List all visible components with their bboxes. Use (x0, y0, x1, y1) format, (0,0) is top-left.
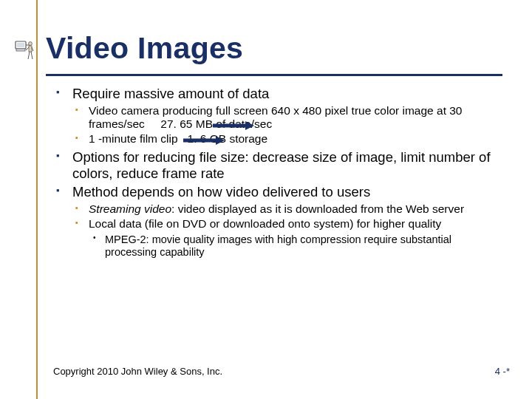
sub-bullet-text: 27. 65 MB of data/sec (160, 117, 272, 130)
sub-bullet-item: Video camera producing full screen 640 x… (72, 104, 504, 132)
sub-bullet-item: Local data (file on DVD or downloaded on… (72, 217, 504, 259)
sub-sub-bullet-item: MPEG-2: movie quality images with high c… (89, 233, 504, 259)
copyright-text: Copyright 2010 John Wiley & Sons, Inc. (53, 366, 222, 377)
sub-bullet-text: : video displayed as it is downloaded fr… (171, 202, 464, 215)
slide-number: 4 -* (495, 366, 510, 377)
svg-rect-1 (17, 43, 24, 47)
bullet-item: Require massive amount of data Video cam… (53, 86, 504, 146)
term-text: Streaming video (89, 202, 171, 215)
svg-rect-9 (16, 49, 25, 51)
sub-bullet-item: Streaming video: video displayed as it i… (72, 202, 504, 216)
sub-sub-bullet-text: MPEG-2: movie quality images with high c… (105, 233, 451, 258)
bullet-item: Method depends on how video delivered to… (53, 184, 504, 259)
bullet-list: Require massive amount of data Video cam… (53, 86, 504, 259)
title-underline (46, 74, 502, 76)
slide-title: Video Images (46, 31, 243, 66)
content-area: Require massive amount of data Video cam… (53, 86, 504, 262)
sub-bullet-text: Local data (file on DVD or downloaded on… (89, 217, 441, 230)
sub-bullet-item: 1 -minute film clip 1. 6 GB storage (72, 132, 504, 146)
bullet-text: Method depends on how video delivered to… (72, 184, 370, 200)
svg-line-8 (31, 52, 33, 59)
svg-rect-4 (29, 46, 32, 52)
slide: Video Images Require massive amount of d… (0, 0, 532, 399)
left-vertical-rule (36, 0, 38, 399)
bullet-item: Options for reducing file size: decrease… (53, 149, 504, 182)
sub-bullet-text: 1. 6 GB storage (188, 132, 268, 145)
sub-bullet-text: 1 -minute film clip (89, 132, 178, 145)
sub-sub-bullet-list: MPEG-2: movie quality images with high c… (89, 233, 504, 259)
sub-bullet-list: Streaming video: video displayed as it i… (72, 202, 504, 259)
computer-person-icon (13, 40, 34, 69)
bullet-text: Require massive amount of data (72, 86, 269, 101)
sub-bullet-list: Video camera producing full screen 640 x… (72, 104, 504, 146)
bullet-text: Options for reducing file size: decrease… (72, 149, 491, 181)
svg-line-7 (28, 52, 30, 59)
svg-point-3 (29, 42, 33, 46)
sub-bullet-text: Video camera producing full screen 640 x… (89, 104, 462, 130)
